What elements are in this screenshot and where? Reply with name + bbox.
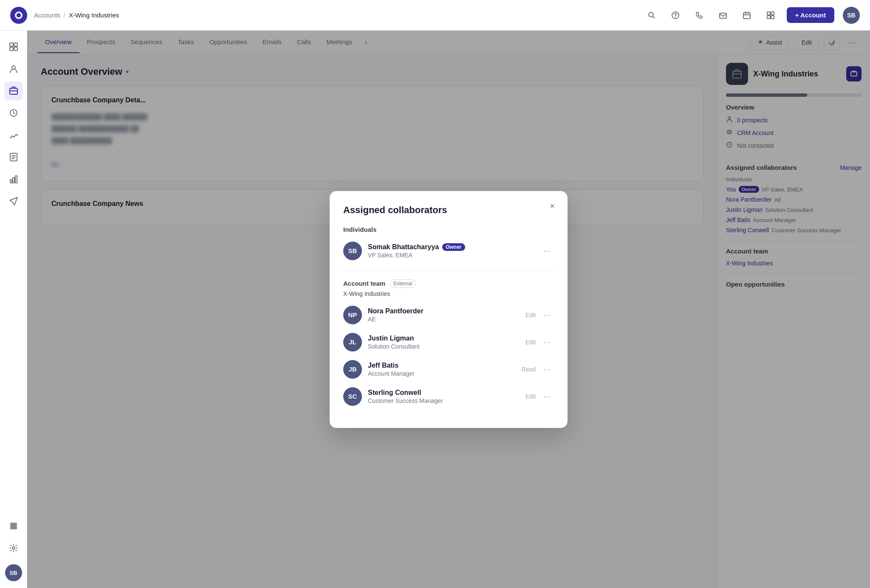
team-company: X-Wing Industries xyxy=(343,290,554,297)
owner-more-button[interactable]: ··· xyxy=(540,244,554,257)
svg-point-29 xyxy=(13,527,14,529)
sidebar-item-contacts[interactable] xyxy=(4,59,23,78)
svg-point-27 xyxy=(15,525,17,527)
nora-edit-button[interactable]: Edit xyxy=(525,312,536,318)
breadcrumb-current: X-Wing Industries xyxy=(69,11,119,19)
justin-role: Solution Consultant xyxy=(368,343,520,350)
svg-point-23 xyxy=(13,523,14,525)
svg-rect-21 xyxy=(15,176,17,183)
jeff-name: Jeff Batis xyxy=(368,362,516,369)
svg-rect-7 xyxy=(767,12,770,15)
sidebar-item-deals[interactable] xyxy=(4,104,23,122)
sidebar-item-dashboard[interactable] xyxy=(4,37,23,56)
sidebar-item-accounts[interactable] xyxy=(4,82,23,100)
user-avatar[interactable]: SB xyxy=(843,7,860,24)
svg-rect-10 xyxy=(771,16,774,19)
nav-icons: + Account SB xyxy=(644,7,860,24)
svg-rect-20 xyxy=(13,177,14,183)
svg-point-28 xyxy=(11,527,12,529)
mail-icon[interactable] xyxy=(715,8,731,23)
owner-avatar: SB xyxy=(343,242,362,260)
svg-point-26 xyxy=(13,525,14,527)
sidebar-item-send[interactable] xyxy=(4,192,23,211)
sterling-avatar: SC xyxy=(343,387,362,406)
nora-actions: Edit ··· xyxy=(525,308,554,321)
app-layout: SB Overview Prospects Sequences Tasks Op… xyxy=(0,31,870,588)
justin-name: Justin Ligman xyxy=(368,335,520,342)
modal-overlay: Assigned collaborators × Individuals SB … xyxy=(27,31,870,588)
modal-close-button[interactable]: × xyxy=(545,200,559,213)
justin-actions: Edit ··· xyxy=(525,335,554,349)
owner-info: Somak Bhattacharyya Owner VP Sales, EMEA xyxy=(368,243,534,259)
sidebar-item-analytics[interactable] xyxy=(4,126,23,144)
justin-info: Justin Ligman Solution Consultant xyxy=(368,335,520,350)
team-label: Account team xyxy=(343,280,385,287)
svg-point-30 xyxy=(15,527,17,529)
svg-rect-14 xyxy=(14,47,17,51)
breadcrumb-separator: / xyxy=(64,11,65,19)
justin-edit-button[interactable]: Edit xyxy=(525,339,536,346)
sterling-actions: Edit ··· xyxy=(525,390,554,403)
svg-point-25 xyxy=(11,525,12,527)
owner-name: Somak Bhattacharyya xyxy=(368,243,439,251)
team-member-jeff: JB Jeff Batis Account Manager Read ··· xyxy=(343,360,554,379)
svg-point-22 xyxy=(11,523,12,525)
svg-rect-13 xyxy=(10,47,13,51)
jeff-actions: Read ··· xyxy=(522,363,554,376)
nora-more-button[interactable]: ··· xyxy=(540,308,554,321)
sterling-info: Sterling Conwell Customer Success Manage… xyxy=(368,389,520,404)
jeff-more-button[interactable]: ··· xyxy=(540,363,554,376)
modal-owner-row: SB Somak Bhattacharyya Owner VP Sales, E… xyxy=(343,242,554,260)
modal-divider xyxy=(343,270,554,271)
team-member-sterling: SC Sterling Conwell Customer Success Man… xyxy=(343,387,554,406)
top-nav: Accounts / X-Wing Industries + Account S… xyxy=(0,0,870,31)
svg-point-31 xyxy=(12,547,15,549)
sidebar-user-avatar[interactable]: SB xyxy=(5,564,22,581)
jeff-read-button[interactable]: Read xyxy=(522,366,536,373)
phone-icon[interactable] xyxy=(692,8,707,23)
svg-point-1 xyxy=(17,13,21,17)
sidebar-item-apps[interactable] xyxy=(4,517,23,535)
sidebar-item-settings[interactable] xyxy=(4,539,23,557)
svg-point-4 xyxy=(675,17,676,17)
app-logo[interactable] xyxy=(10,7,27,24)
sterling-role: Customer Success Manager xyxy=(368,397,520,404)
svg-rect-9 xyxy=(767,16,770,19)
modal-individuals-label: Individuals xyxy=(343,226,554,233)
account-team-section: Account team External X-Wing Industries … xyxy=(343,279,554,406)
justin-more-button[interactable]: ··· xyxy=(540,335,554,349)
jeff-role: Account Manager xyxy=(368,370,516,377)
jeff-info: Jeff Batis Account Manager xyxy=(368,362,516,377)
svg-rect-6 xyxy=(743,13,750,19)
sterling-more-button[interactable]: ··· xyxy=(540,390,554,403)
sidebar: SB xyxy=(0,31,27,588)
svg-rect-12 xyxy=(14,43,17,46)
modal-title: Assigned collaborators xyxy=(343,205,554,216)
help-icon[interactable] xyxy=(668,8,683,23)
add-account-button[interactable]: + Account xyxy=(787,7,834,23)
sterling-name: Sterling Conwell xyxy=(368,389,520,397)
assigned-collaborators-modal: Assigned collaborators × Individuals SB … xyxy=(330,191,568,428)
svg-point-15 xyxy=(12,66,15,69)
svg-rect-8 xyxy=(771,12,774,15)
nora-avatar: NP xyxy=(343,306,362,324)
grid-icon[interactable] xyxy=(763,8,778,23)
jeff-avatar: JB xyxy=(343,360,362,379)
owner-name-row: Somak Bhattacharyya Owner xyxy=(368,243,534,251)
owner-role: VP Sales, EMEA xyxy=(368,252,534,259)
breadcrumb-parent[interactable]: Accounts xyxy=(34,11,60,19)
sidebar-item-notes[interactable] xyxy=(4,148,23,166)
calendar-icon[interactable] xyxy=(739,8,754,23)
sterling-edit-button[interactable]: Edit xyxy=(525,393,536,400)
breadcrumb: Accounts / X-Wing Industries xyxy=(34,11,119,19)
search-icon[interactable] xyxy=(644,8,659,23)
external-badge: External xyxy=(390,279,416,288)
team-header: Account team External xyxy=(343,279,554,288)
owner-badge: Owner xyxy=(442,243,465,251)
sidebar-item-charts[interactable] xyxy=(4,170,23,188)
justin-avatar: JL xyxy=(343,333,362,352)
team-member-justin: JL Justin Ligman Solution Consultant Edi… xyxy=(343,333,554,352)
svg-point-24 xyxy=(15,523,17,525)
svg-rect-19 xyxy=(10,180,12,183)
nora-name: Nora Pantfoerder xyxy=(368,307,520,315)
